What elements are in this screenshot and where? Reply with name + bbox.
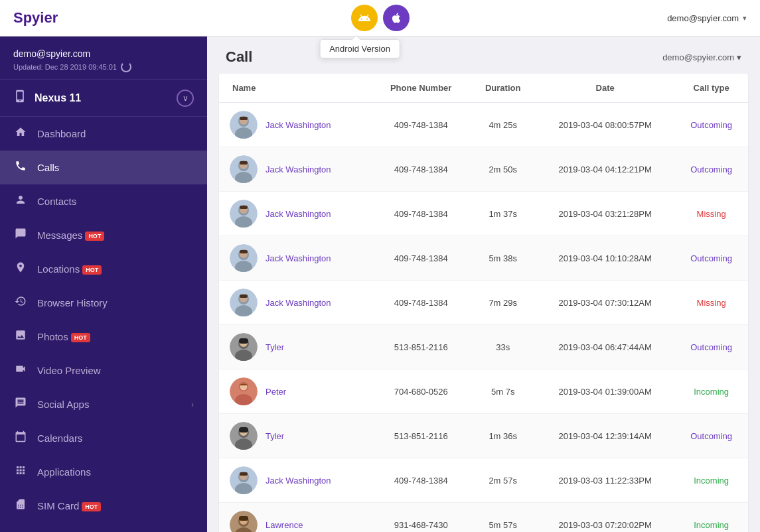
contact-name: Jack Washington <box>266 120 331 130</box>
topbar-chevron-icon: ▾ <box>743 14 747 23</box>
call-type-cell: Outcoming <box>674 414 748 458</box>
android-icon-button[interactable] <box>351 5 378 31</box>
page-title: Call <box>226 48 252 66</box>
sidebar-item-messages[interactable]: MessagesHOT <box>0 218 207 252</box>
sidebar-item-social-apps[interactable]: Social Apps› <box>0 387 207 421</box>
sidebar-item-label-applications: Applications <box>37 466 194 478</box>
avatar <box>230 244 258 272</box>
locations-icon <box>13 261 28 277</box>
sidebar-item-label-dashboard: Dashboard <box>37 128 194 139</box>
calls-table-wrap: NamePhone NumberDurationDateCall type Ja… <box>219 74 748 532</box>
contact-name: Lawrence <box>266 520 303 530</box>
hot-badge-messages: HOT <box>85 232 104 241</box>
col-header-phone-number: Phone Number <box>372 74 470 103</box>
contact-name: Jack Washington <box>266 476 331 486</box>
device-chevron-icon[interactable]: ∨ <box>177 90 194 107</box>
refresh-icon[interactable] <box>121 62 131 72</box>
topbar-user-email: demo@spyier.com <box>667 13 739 23</box>
sidebar-device[interactable]: Nexus 11 ∨ <box>0 80 207 117</box>
call-type-cell: Outcoming <box>674 103 748 147</box>
hot-badge-photos: HOT <box>71 333 90 342</box>
sidebar-item-locations[interactable]: LocationsHOT <box>0 252 207 286</box>
sidebar-email: demo@spyier.com <box>13 48 194 59</box>
messages-icon <box>13 228 28 243</box>
sidebar-item-label-sim-card: SIM CardHOT <box>37 500 194 511</box>
device-icon <box>13 89 27 107</box>
table-row: Jack Washington409-748-13844m 25s2019-03… <box>219 103 748 147</box>
col-header-name: Name <box>219 74 372 103</box>
sidebar-item-label-social-apps: Social Apps <box>37 399 182 410</box>
app-logo: Spyier <box>13 9 58 27</box>
topbar-user-menu[interactable]: demo@spyier.com ▾ <box>667 13 747 23</box>
call-type-cell: Incoming <box>674 503 748 533</box>
avatar <box>230 466 258 494</box>
duration-cell: 1m 37s <box>470 192 536 236</box>
svg-rect-29 <box>239 338 248 344</box>
android-version-tooltip: Android Version <box>319 39 400 58</box>
svg-rect-4 <box>240 117 248 120</box>
svg-rect-9 <box>240 161 248 165</box>
avatar <box>230 289 258 316</box>
duration-cell: 2m 57s <box>470 458 536 503</box>
sidebar-item-browser-history[interactable]: Browser History <box>0 286 207 320</box>
name-cell: Jack Washington <box>219 281 372 325</box>
phone-cell: 409-748-1384 <box>372 281 470 325</box>
svg-rect-38 <box>239 427 248 432</box>
video-preview-icon <box>13 363 28 378</box>
call-type-cell: Outcoming <box>674 325 748 369</box>
date-cell: 2019-03-04 07:30:12AM <box>536 281 674 325</box>
date-cell: 2019-03-04 08:00:57PM <box>536 103 674 147</box>
date-cell: 2019-03-04 12:39:14AM <box>536 414 674 458</box>
name-cell: Peter <box>219 369 372 414</box>
name-cell: Jack Washington <box>219 147 372 192</box>
sim-card-icon <box>13 498 28 513</box>
avatar <box>230 200 258 228</box>
sidebar-item-applications[interactable]: Applications <box>0 455 207 489</box>
name-cell: Lawrence <box>219 503 372 533</box>
avatar <box>230 422 258 450</box>
device-name: Nexus 11 <box>35 92 81 104</box>
content-chevron-icon: ▾ <box>737 52 741 62</box>
table-row: Tyler513-851-21161m 36s2019-03-04 12:39:… <box>219 414 748 458</box>
sidebar-item-photos[interactable]: PhotosHOT <box>0 320 207 354</box>
svg-rect-43 <box>240 472 248 476</box>
name-cell: Tyler <box>219 325 372 369</box>
avatar <box>230 155 258 183</box>
table-row: Jack Washington409-748-13842m 57s2019-03… <box>219 458 748 503</box>
contact-name: Peter <box>266 387 286 397</box>
date-cell: 2019-03-04 06:47:44AM <box>536 325 674 369</box>
sidebar-item-dashboard[interactable]: Dashboard <box>0 117 207 151</box>
sidebar-item-label-locations: LocationsHOT <box>37 263 194 275</box>
table-header: NamePhone NumberDurationDateCall type <box>219 74 748 103</box>
contact-name: Tyler <box>266 431 284 441</box>
platform-icons: Android Version <box>351 5 410 31</box>
sidebar-item-calls[interactable]: Calls <box>0 151 207 184</box>
call-type-cell: Outcoming <box>674 236 748 281</box>
hot-badge-locations: HOT <box>82 265 102 275</box>
call-type-cell: Outcoming <box>674 147 748 192</box>
sidebar-nav: DashboardCallsContactsMessagesHOTLocatio… <box>0 117 207 523</box>
sidebar-item-sim-card[interactable]: SIM CardHOT <box>0 489 207 523</box>
sidebar-item-label-photos: PhotosHOT <box>37 331 194 342</box>
content-user-menu[interactable]: demo@spyier.com ▾ <box>662 52 741 62</box>
call-type-cell: Missing <box>674 281 748 325</box>
calls-table: NamePhone NumberDurationDateCall type Ja… <box>219 74 748 532</box>
ios-icon-button[interactable] <box>383 5 410 31</box>
main-layout: demo@spyier.com Updated: Dec 28 2019 09:… <box>0 36 760 532</box>
phone-cell: 513-851-2116 <box>372 325 470 369</box>
col-header-duration: Duration <box>470 74 536 103</box>
phone-cell: 409-748-1384 <box>372 458 470 503</box>
duration-cell: 1m 36s <box>470 414 536 458</box>
avatar <box>230 511 258 532</box>
sidebar-updated: Updated: Dec 28 2019 09:45:01 <box>13 62 194 72</box>
duration-cell: 2m 50s <box>470 147 536 192</box>
sidebar-item-calendars[interactable]: Calendars <box>0 421 207 455</box>
phone-cell: 409-748-1384 <box>372 192 470 236</box>
name-cell: Jack Washington <box>219 192 372 236</box>
svg-rect-48 <box>239 516 248 521</box>
sidebar-item-video-preview[interactable]: Video Preview <box>0 354 207 387</box>
content-user-email: demo@spyier.com <box>662 52 734 62</box>
content-header: Call demo@spyier.com ▾ <box>207 36 760 74</box>
sidebar-item-contacts[interactable]: Contacts <box>0 184 207 218</box>
table-row: Jack Washington409-748-13845m 38s2019-03… <box>219 236 748 281</box>
